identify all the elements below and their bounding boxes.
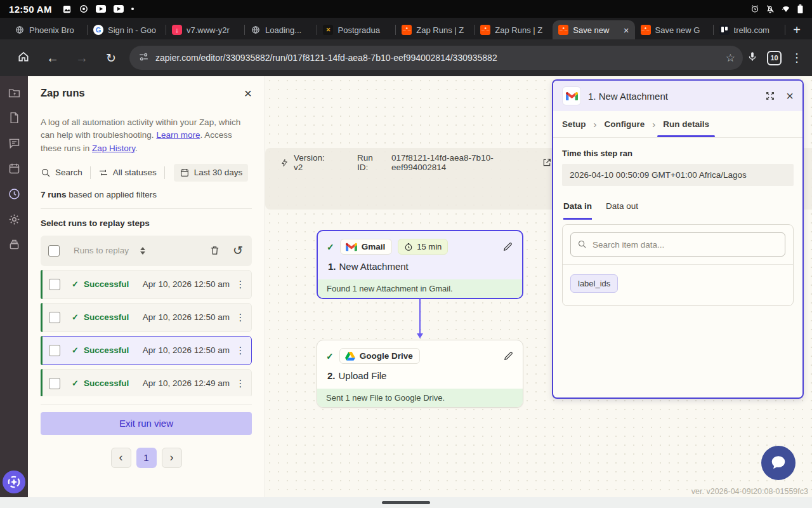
- trash-icon[interactable]: [209, 245, 220, 256]
- run-row-selected[interactable]: Successful Apr 10, 2026 12:50 am: [41, 336, 252, 365]
- gmail-icon: [346, 243, 357, 251]
- tab-google-signin[interactable]: Sign in - Goo: [88, 20, 166, 39]
- tab-download[interactable]: v7.www-y2r: [166, 20, 244, 39]
- tab-zap-runs-1[interactable]: Zap Runs | Z: [396, 20, 474, 39]
- status-clock: 12:50 AM: [9, 4, 52, 15]
- site-settings-icon[interactable]: [138, 51, 149, 65]
- bolt-icon: [280, 158, 289, 168]
- current-page-button[interactable]: 1: [136, 448, 157, 468]
- row-checkbox[interactable]: [49, 279, 60, 290]
- run-row[interactable]: Successful Apr 10, 2026 12:50 am: [41, 270, 252, 299]
- google-drive-app-chip[interactable]: Google Drive: [339, 348, 420, 364]
- zap-history-link[interactable]: Zap History: [92, 144, 135, 153]
- step-card-google-drive[interactable]: Google Drive 2.Upload File Sent 1 new Fi…: [317, 340, 523, 408]
- search-item-data-input[interactable]: [570, 232, 785, 257]
- step-card-gmail[interactable]: Gmail 15 min 1.New Attachment Found 1 ne…: [317, 230, 523, 299]
- tab-trello[interactable]: trello.com: [714, 20, 785, 39]
- external-link-icon[interactable]: [542, 157, 552, 168]
- data-tabs: Data in Data out: [562, 201, 794, 220]
- calendar-icon[interactable]: [7, 161, 21, 175]
- mic-icon[interactable]: [747, 51, 758, 65]
- learn-more-link[interactable]: Learn more: [156, 130, 200, 140]
- help-chat-button[interactable]: [761, 446, 796, 480]
- tab-phoenix[interactable]: Phoenix Bro: [9, 20, 87, 39]
- search-filter-button[interactable]: Search: [41, 168, 82, 178]
- browser-icon: [79, 4, 88, 13]
- label-ids-chip[interactable]: label_ids: [570, 274, 618, 293]
- row-menu-icon[interactable]: [235, 312, 246, 323]
- sort-icon[interactable]: [140, 247, 145, 255]
- back-button[interactable]: [38, 51, 67, 65]
- row-checkbox[interactable]: [49, 345, 60, 356]
- row-checkbox[interactable]: [49, 312, 60, 323]
- document-icon[interactable]: [7, 110, 21, 124]
- settings-icon[interactable]: [7, 212, 21, 226]
- chevron-right-icon: [594, 119, 597, 130]
- row-checkbox[interactable]: [49, 378, 60, 389]
- tab-save-new-2[interactable]: Save new G: [635, 20, 713, 39]
- filter-icon: [98, 168, 108, 178]
- crumb-configure[interactable]: Configure: [605, 111, 645, 137]
- date-range-filter-button[interactable]: Last 30 days: [174, 164, 249, 182]
- crumb-setup[interactable]: Setup: [562, 111, 586, 137]
- edit-icon[interactable]: [503, 351, 514, 361]
- run-row[interactable]: Successful Apr 10, 2026 12:49 am: [41, 369, 252, 396]
- gesture-handle[interactable]: [382, 501, 430, 504]
- browser-tab-strip: Phoenix Bro Sign in - Goo v7.www-y2r Loa…: [0, 18, 812, 39]
- tab-count-button[interactable]: 10: [767, 51, 782, 65]
- history-icon[interactable]: [7, 187, 21, 201]
- row-menu-icon[interactable]: [235, 279, 246, 290]
- row-menu-icon[interactable]: [235, 345, 246, 356]
- home-button[interactable]: [9, 50, 38, 66]
- select-runs-heading: Select runs to replay steps: [41, 218, 252, 228]
- tab-loading[interactable]: Loading...: [245, 20, 317, 39]
- detail-body: Time this step ran 2026-04-10 00:50:09 G…: [553, 138, 802, 398]
- tab-close-icon[interactable]: ×: [624, 25, 629, 35]
- battery-icon: [797, 4, 803, 14]
- sparkle-icon: [11, 479, 18, 485]
- bookmark-star-icon[interactable]: [726, 51, 735, 65]
- prev-page-button[interactable]: [111, 448, 131, 468]
- postgraduate-favicon: [323, 25, 333, 35]
- new-tab-button[interactable]: [793, 23, 801, 36]
- browser-menu-icon[interactable]: [790, 51, 803, 65]
- search-icon: [577, 239, 587, 249]
- tab-postgraduate[interactable]: Postgradua: [317, 20, 395, 39]
- replay-icon[interactable]: [233, 244, 243, 257]
- data-in-card: label_ids: [562, 224, 794, 306]
- forward-button[interactable]: [67, 51, 96, 65]
- pagination: 1: [41, 448, 252, 468]
- select-all-checkbox[interactable]: [48, 245, 60, 257]
- check-icon: [72, 312, 79, 322]
- tab-data-in[interactable]: Data in: [563, 201, 592, 220]
- edit-icon[interactable]: [502, 241, 513, 252]
- gmail-app-chip[interactable]: Gmail: [340, 239, 393, 255]
- close-panel-icon[interactable]: [244, 86, 252, 100]
- row-menu-icon[interactable]: [235, 378, 246, 389]
- archive-icon[interactable]: [7, 237, 21, 251]
- reload-button[interactable]: [96, 51, 126, 65]
- status-filter-button[interactable]: All statuses: [98, 168, 157, 178]
- crumb-run-details[interactable]: Run details: [663, 111, 709, 137]
- browser-toolbar: zapier.com/editor/330935882/run/017f8121…: [0, 39, 812, 76]
- close-detail-icon[interactable]: [786, 90, 794, 102]
- globe-favicon: [15, 25, 25, 35]
- globe-favicon: [251, 25, 261, 35]
- url-bar[interactable]: zapier.com/editor/330935882/run/017f8121…: [129, 46, 743, 70]
- expand-icon[interactable]: [765, 91, 775, 101]
- tab-data-out[interactable]: Data out: [606, 201, 638, 220]
- run-id-label: Run ID:: [357, 153, 385, 172]
- chat-icon[interactable]: [7, 136, 21, 150]
- tab-zap-runs-2[interactable]: Zap Runs | Z: [475, 20, 553, 39]
- zap-runs-panel: Zap runs A log of all automation activit…: [28, 76, 265, 497]
- zap-folder-icon[interactable]: [7, 85, 21, 99]
- check-icon: [72, 345, 79, 355]
- run-row[interactable]: Successful Apr 10, 2026 12:50 am: [41, 303, 252, 332]
- tab-save-new-active[interactable]: Save new ×: [553, 20, 634, 39]
- ai-assistant-button[interactable]: [3, 471, 25, 493]
- step-result: Found 1 new Attachment in Gmail.: [318, 279, 522, 298]
- exit-run-view-button[interactable]: Exit run view: [41, 412, 252, 435]
- url-text[interactable]: zapier.com/editor/330935882/run/017f8121…: [155, 53, 721, 63]
- next-page-button[interactable]: [162, 448, 182, 468]
- detail-title: 1. New Attachment: [588, 91, 668, 102]
